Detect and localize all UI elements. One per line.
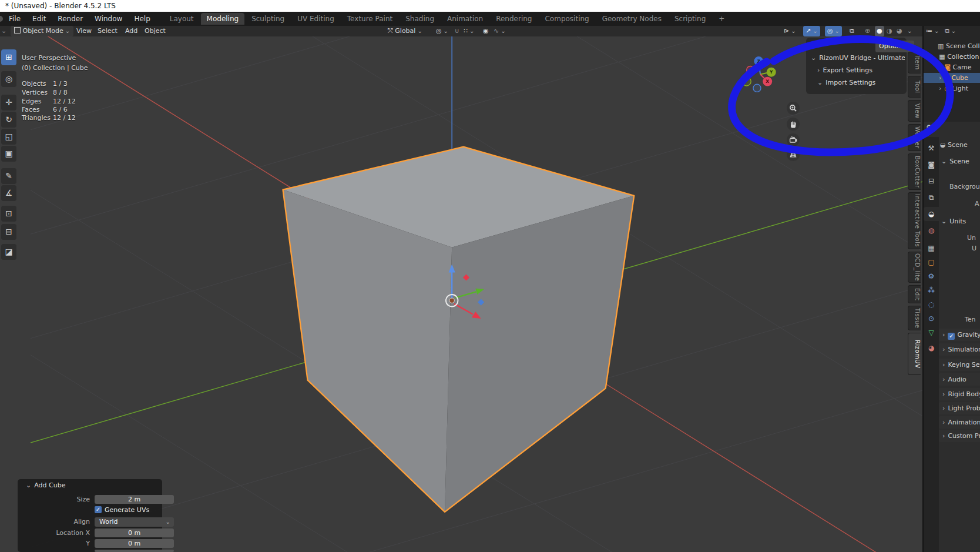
shading-solid-icon[interactable]: ● [875, 26, 884, 36]
tool-boxcutter[interactable]: ⊟ [1, 224, 16, 240]
keying-set-panel-row[interactable]: Keying Set [939, 359, 980, 371]
workspace-tab-rendering[interactable]: Rendering [490, 13, 538, 25]
outliner-row-camera[interactable]: ◙ Came [924, 62, 980, 72]
sidebar-tab-item[interactable]: Item [908, 52, 921, 73]
tool-scale[interactable]: ◱ [1, 129, 16, 145]
location-z-field-partial[interactable] [95, 550, 174, 552]
zoom-button[interactable] [787, 102, 800, 115]
tool-rotate[interactable]: ↻ [1, 112, 16, 128]
properties-tab-output[interactable]: ⊟ [925, 175, 938, 187]
add-menu[interactable]: Add [125, 26, 137, 36]
simulation-panel-row[interactable]: Simulation [939, 343, 980, 356]
align-dropdown[interactable]: World [95, 517, 174, 527]
import-settings-section[interactable]: Import Settings [817, 79, 875, 86]
orientation-selector[interactable]: ⤱ Global [388, 26, 422, 36]
units-panel-header[interactable]: Units [941, 218, 966, 225]
chevron-down-icon[interactable] [931, 53, 939, 61]
properties-tab-collection[interactable]: ▦ [925, 242, 938, 254]
shading-material-icon[interactable]: ◑ [887, 26, 892, 36]
sidebar-tab-edit[interactable]: Edit [908, 285, 921, 303]
tool-cursor[interactable]: ◎ [1, 71, 16, 87]
light-probe-panel-row[interactable]: Light Probe [939, 402, 980, 414]
workspace-tab-compositing[interactable]: Compositing [539, 13, 595, 25]
properties-tab-world[interactable]: ◍ [925, 225, 938, 236]
sidebar-tab-tissue[interactable]: Tissue [908, 306, 921, 330]
workspace-tab-shading[interactable]: Shading [400, 13, 440, 25]
sidebar-tab-interactive-tools[interactable]: Interactive Tools [908, 192, 921, 249]
workspace-tab-animation[interactable]: Animation [441, 13, 489, 25]
camera-view-button[interactable] [787, 133, 800, 146]
workspace-tab-uv-editing[interactable]: UV Editing [291, 13, 340, 25]
editor-type-chevron-icon[interactable]: ⌄ [1, 26, 6, 36]
chevron-right-icon[interactable] [939, 63, 944, 71]
snap-magnet-icon[interactable]: ∪ [455, 26, 459, 36]
navigation-gizmo[interactable]: Z Y X [742, 56, 776, 92]
rigid-body-panel-row[interactable]: Rigid Body [939, 388, 980, 400]
shading-wireframe-icon[interactable]: ⊕ [865, 26, 870, 36]
properties-tab-material[interactable]: ◕ [925, 342, 938, 354]
tool-add-cube[interactable]: ⊡ [1, 206, 16, 222]
sidebar-tab-boxcutter[interactable]: BoxCutter [908, 153, 921, 190]
snap-with-selector[interactable]: ∷ [464, 26, 474, 36]
outliner-row-cube[interactable]: ▽ Cube [924, 73, 980, 83]
menu-edit[interactable]: Edit [26, 15, 52, 23]
tool-measure[interactable]: ∡ [1, 185, 16, 201]
falloff-selector[interactable]: ∿ [494, 26, 506, 36]
tool-tweak-select[interactable]: ⊞ [1, 49, 16, 65]
perspective-toggle-button[interactable] [787, 148, 800, 161]
selectability-visibility-dropdown[interactable]: ⊳ [784, 26, 796, 36]
properties-tab-tool[interactable]: ⚒ [925, 142, 938, 154]
sidebar-tab-view[interactable]: View [908, 100, 921, 122]
nav-minus-z-ball[interactable] [753, 84, 761, 92]
properties-tab-scene[interactable]: ◒ [925, 208, 938, 220]
generate-uvs-checkbox[interactable]: ✓ [95, 506, 102, 513]
properties-tab-object-data[interactable]: ▽ [925, 327, 938, 339]
properties-tab-view-layer[interactable]: ⧉ [925, 192, 938, 203]
properties-tab-constraints[interactable]: ⊙ [925, 313, 938, 324]
location-x-field[interactable]: 0 m [95, 528, 174, 537]
overlays-toggle[interactable]: ◎ [825, 26, 842, 36]
audio-panel-row[interactable]: Audio [939, 373, 980, 386]
workspace-tab-modeling[interactable]: Modeling [201, 13, 245, 25]
outliner-row-collection[interactable]: ▦ Collection [924, 52, 980, 62]
operator-panel-header[interactable]: Add Cube [26, 481, 65, 489]
add-workspace-button[interactable]: + [713, 13, 730, 25]
mode-selector[interactable]: Object Mode [11, 26, 73, 36]
animation-panel-row[interactable]: Animation [939, 416, 980, 429]
properties-editor-type-icon[interactable]: ⚙ [926, 123, 938, 131]
properties-tab-particles[interactable]: ⁂ [925, 285, 938, 296]
view-menu[interactable]: View [76, 26, 92, 36]
properties-tab-render[interactable]: ◙ [925, 159, 938, 170]
select-menu[interactable]: Select [98, 26, 118, 36]
options-dropdown[interactable]: Options [875, 41, 914, 52]
properties-tab-object[interactable]: ▢ [925, 256, 938, 268]
location-y-field[interactable]: 0 m [95, 539, 174, 548]
tool-transform[interactable]: ▣ [1, 146, 16, 162]
properties-tab-physics[interactable]: ◌ [925, 299, 938, 310]
pan-button[interactable] [787, 118, 800, 131]
outliner-row-scene-collection[interactable]: ▥ Scene Collec [924, 41, 980, 51]
workspace-tab-scripting[interactable]: Scripting [669, 13, 711, 25]
sidebar-tab-ocd-lite[interactable]: OCD_lite [908, 252, 921, 283]
nav-minus-x-ball[interactable] [747, 66, 754, 73]
tool-extra[interactable]: ◪ [1, 244, 16, 260]
tool-move[interactable]: ✛ [1, 95, 16, 111]
gizmos-toggle[interactable]: ↗ [803, 26, 820, 36]
outliner-editor-type-icon[interactable]: ≔ [926, 27, 939, 35]
size-field[interactable]: 2 m [95, 495, 174, 504]
properties-tab-modifiers[interactable]: ⚙ [925, 270, 938, 282]
cube-object[interactable] [283, 147, 635, 512]
workspace-tab-sculpting[interactable]: Sculpting [246, 13, 290, 25]
chevron-right-icon[interactable] [939, 74, 944, 82]
outliner-row-light[interactable]: ○ Light [924, 83, 980, 93]
xray-toggle-icon[interactable]: ⧉ [850, 26, 854, 36]
workspace-tab-texture-paint[interactable]: Texture Paint [341, 13, 398, 25]
tool-annotate[interactable]: ✎ [1, 168, 16, 184]
sidebar-tab-tool[interactable]: Tool [908, 76, 921, 98]
shading-dropdown-icon[interactable] [905, 26, 912, 36]
gravity-panel-row[interactable]: ✓Gravity [939, 329, 980, 341]
chevron-right-icon[interactable] [939, 85, 944, 92]
sidebar-tab-welder[interactable]: Welder [908, 124, 921, 151]
proportional-editing-icon[interactable]: ◉ [483, 26, 489, 36]
outliner-filter-icon[interactable]: ⧉ [945, 27, 956, 35]
